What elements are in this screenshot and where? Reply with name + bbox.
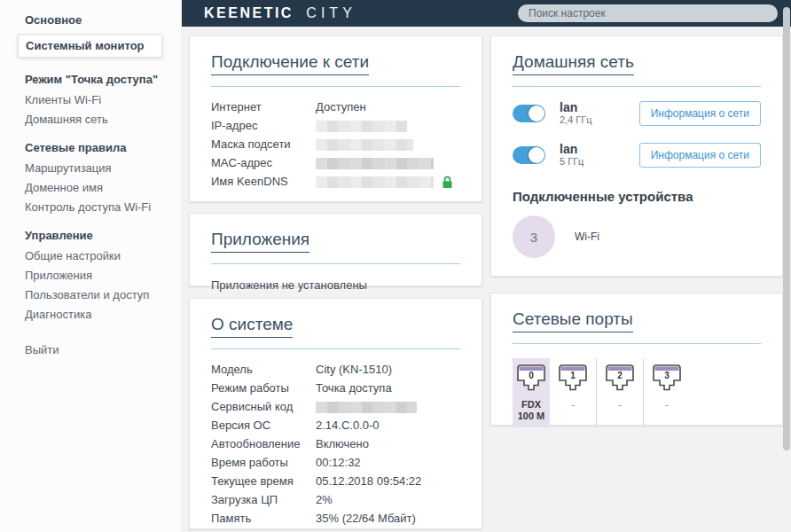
info-row: Версия ОС 2.14.C.0.0-0 xyxy=(211,419,460,432)
sidebar-section-title: Управление xyxy=(25,229,172,242)
apps-card-title-link[interactable]: Приложения xyxy=(211,230,309,253)
card-divider xyxy=(211,348,460,349)
wifi-list: lan 2,4 ГГц Информация о сети lan 5 ГГц … xyxy=(513,101,761,168)
sidebar-section: Режим "Точка доступа"Клиенты Wi-FiДомашн… xyxy=(0,73,181,126)
system-info-rows: Модель City (KN-1510) Режим работы Точка… xyxy=(211,364,460,525)
sidebar-section: ОсновноеСистемный монитор xyxy=(0,13,181,58)
sidebar-item[interactable]: Общие настройки xyxy=(25,250,172,262)
redacted-value xyxy=(316,402,417,413)
port-status: - xyxy=(648,399,685,411)
info-row: MAC-адрес xyxy=(211,157,460,169)
info-value: 35% (22/64 Мбайт) xyxy=(316,512,460,525)
wifi-ssid: lan xyxy=(560,143,583,156)
redacted-value xyxy=(316,139,413,151)
info-row: Время работы 00:12:32 xyxy=(211,457,460,469)
redacted-value xyxy=(316,158,434,169)
system-card-title-link[interactable]: О системе xyxy=(211,315,293,338)
sidebar-sections: ОсновноеСистемный монитор Режим "Точка д… xyxy=(0,13,181,321)
home-network-card-title-link[interactable]: Домашняя сеть xyxy=(513,52,634,75)
info-row: Загрузка ЦП 2% xyxy=(211,494,460,506)
svg-text:0: 0 xyxy=(529,371,534,380)
info-label: Режим работы xyxy=(211,382,316,395)
info-value: 05.12.2018 09:54:22 xyxy=(316,475,460,488)
info-row: Интернет Доступен xyxy=(211,101,460,113)
info-label: Версия ОС xyxy=(211,419,316,432)
ethernet-port[interactable]: 2 - xyxy=(601,358,638,427)
top-header: KEENETIC CITY xyxy=(182,0,791,27)
network-info-rows: Интернет Доступен IP-адрес Маска подсети… xyxy=(211,101,460,189)
sidebar-item[interactable]: Диагностика xyxy=(25,309,172,321)
card-divider xyxy=(513,343,761,344)
info-value xyxy=(316,120,460,132)
port-status: - xyxy=(554,399,591,411)
ports-card-title-link[interactable]: Сетевые порты xyxy=(513,309,633,332)
info-label: Автообновление xyxy=(211,438,316,450)
info-label: Загрузка ЦП xyxy=(211,494,316,506)
info-row: Модель City (KN-1510) xyxy=(211,364,460,376)
ethernet-port-icon: 2 xyxy=(605,364,635,392)
scrollbar-thumb[interactable] xyxy=(783,7,790,450)
info-value xyxy=(316,401,460,413)
ethernet-port[interactable]: 0 FDX100 M xyxy=(513,358,550,427)
port-status: FDX100 M xyxy=(513,399,550,422)
svg-text:3: 3 xyxy=(664,371,670,380)
info-value xyxy=(316,138,460,151)
wifi-band: 5 ГГц xyxy=(560,156,583,168)
card-network-ports: Сетевые порты 0 FDX100 M 1 - xyxy=(490,293,783,426)
info-label: IP-адрес xyxy=(211,120,316,132)
logo-model: CITY xyxy=(306,5,356,20)
info-row: Маска подсети xyxy=(211,138,460,151)
ethernet-port-icon: 3 xyxy=(652,364,682,392)
connected-devices-item[interactable]: 3 Wi-Fi xyxy=(513,215,761,258)
info-value: 00:12:32 xyxy=(316,457,460,469)
port-group-divider xyxy=(596,358,597,427)
wifi-toggle[interactable] xyxy=(513,146,545,164)
keenetic-logo: KEENETIC CITY xyxy=(204,5,356,21)
wifi-band: 2,4 ГГц xyxy=(560,114,592,126)
wifi-network-row: lan 5 ГГц Информация о сети xyxy=(513,143,761,168)
sidebar-item[interactable]: Системный монитор xyxy=(18,35,162,58)
sidebar-item[interactable]: Домашняя сеть xyxy=(25,113,172,126)
port-group-divider xyxy=(643,358,644,427)
device-type-label: Wi-Fi xyxy=(575,231,599,243)
wifi-network-row: lan 2,4 ГГц Информация о сети xyxy=(513,101,761,126)
info-row: IP-адрес xyxy=(211,120,460,132)
sidebar-item-logout[interactable]: Выйти xyxy=(25,344,172,356)
network-card-title-link[interactable]: Подключение к сети xyxy=(211,52,369,75)
info-label: MAC-адрес xyxy=(211,157,316,169)
sidebar-item[interactable]: Клиенты Wi-Fi xyxy=(25,94,172,106)
info-value xyxy=(316,157,460,169)
info-label: Модель xyxy=(211,364,316,376)
info-label: Текущее время xyxy=(211,475,316,488)
info-value: 2.14.C.0.0-0 xyxy=(316,419,460,432)
wifi-name-block: lan 2,4 ГГц xyxy=(560,101,592,126)
sidebar-item[interactable]: Маршрутизация xyxy=(25,162,172,175)
network-info-button[interactable]: Информация о сети xyxy=(639,101,761,126)
info-row: Текущее время 05.12.2018 09:54:22 xyxy=(211,475,460,488)
sidebar-section: Сетевые правилаМаршрутизацияДоменное имя… xyxy=(0,141,181,214)
wifi-ssid: lan xyxy=(560,101,592,114)
card-home-network: Домашняя сеть lan 2,4 ГГц Информация о с… xyxy=(490,35,783,277)
sidebar-item[interactable]: Контроль доступа Wi-Fi xyxy=(25,201,172,214)
sidebar-item[interactable]: Доменное имя xyxy=(25,182,172,194)
search-input[interactable] xyxy=(518,4,778,22)
info-row: Сервисный код xyxy=(211,401,460,413)
ethernet-port[interactable]: 1 - xyxy=(554,358,591,427)
card-network-connection: Подключение к сети Интернет Доступен IP-… xyxy=(189,35,482,202)
info-value: City (KN-1510) xyxy=(316,364,460,376)
device-count-badge: 3 xyxy=(513,215,555,258)
sidebar-item[interactable]: Приложения xyxy=(25,270,172,282)
ethernet-port[interactable]: 3 - xyxy=(648,358,685,427)
sidebar-item[interactable]: Пользователи и доступ xyxy=(25,289,172,301)
info-label: Сервисный код xyxy=(211,401,316,413)
card-divider xyxy=(513,86,761,87)
ports-row: 0 FDX100 M 1 - 2 - xyxy=(513,358,761,427)
connected-devices-title: Подключенные устройства xyxy=(513,189,761,204)
sidebar-section-title: Сетевые правила xyxy=(25,141,172,154)
sidebar: ОсновноеСистемный монитор Режим "Точка д… xyxy=(0,0,182,532)
wifi-toggle[interactable] xyxy=(513,105,545,122)
network-info-button[interactable]: Информация о сети xyxy=(639,143,761,168)
logo-brand: KEENETIC xyxy=(204,5,294,20)
info-row: Память 35% (22/64 Мбайт) xyxy=(211,512,460,525)
card-divider xyxy=(211,263,460,264)
